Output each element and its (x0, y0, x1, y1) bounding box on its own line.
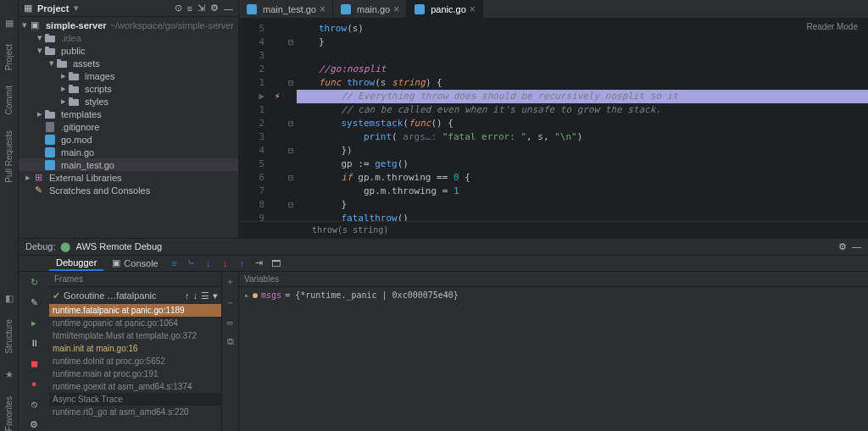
target-icon[interactable]: ⊙ (175, 3, 182, 14)
fold-gutter[interactable]: ⊟⊟⊟⊟⊟⊟ (285, 19, 297, 221)
svg-rect-11 (69, 97, 73, 100)
variables-header: Variables (239, 272, 868, 287)
editor-tab[interactable]: main.go× (333, 0, 407, 18)
module-icon: ▣ (29, 20, 41, 30)
editor-tab[interactable]: panic.go× (407, 0, 483, 18)
svg-rect-12 (45, 112, 55, 119)
folder-icon (44, 109, 56, 119)
tree-item[interactable]: main_test.go (19, 158, 238, 171)
lib-icon: ⊞ (32, 173, 44, 183)
stack-frame[interactable]: runtime.goexit at asm_amd64.s:1374 (49, 380, 221, 393)
frames-header: Frames (49, 272, 221, 287)
close-icon[interactable]: × (393, 3, 399, 15)
gear-icon[interactable]: ⚙ (210, 3, 219, 14)
svg-rect-13 (45, 110, 49, 113)
breakpoint-gutter[interactable]: ⚡ (270, 19, 285, 221)
debug-title: Debug: (25, 241, 55, 251)
variable-row[interactable]: ▸ ● msgs = {*runtime._panic | 0xc000075e… (244, 290, 863, 300)
step-into-my-icon[interactable]: ↓ (218, 258, 233, 268)
stack-frame[interactable]: runtime.doInit at proc.go:5652 (49, 355, 221, 367)
hide-icon[interactable]: — (224, 3, 233, 14)
step-into-icon[interactable]: ↓ (201, 258, 216, 268)
stop-icon[interactable]: ◼ (27, 356, 41, 370)
modify-icon[interactable]: ✎ (27, 296, 41, 309)
mute-breakpoints-icon[interactable]: ⦸ (27, 397, 41, 411)
favorites-tool-label[interactable]: Favorites (4, 396, 14, 431)
expand-icon[interactable]: ≡ (187, 3, 192, 14)
go-icon (44, 135, 56, 145)
breadcrumb[interactable]: throw(s string) (239, 221, 868, 238)
gear-icon[interactable]: ⚙ (838, 241, 847, 252)
structure-tool-label[interactable]: Structure (4, 319, 14, 354)
view-breakpoints-icon[interactable]: ● (27, 377, 41, 390)
copy-icon[interactable]: ⧉ (227, 336, 234, 347)
editor-tab[interactable]: main_test.go× (239, 0, 333, 18)
debug-config[interactable]: AWS Remote Debug (75, 241, 162, 251)
tree-item[interactable]: main.go (19, 146, 238, 158)
tree-item[interactable]: ▸images (19, 69, 238, 82)
code-body[interactable]: throw(s)} //go:nosplitfunc throw(s strin… (297, 19, 868, 221)
stack-frame[interactable]: runtime.main at proc.go:191 (49, 367, 221, 380)
line-numbers: 54321▶123456789 (239, 19, 270, 221)
hide-icon[interactable]: — (852, 241, 861, 251)
tree-item[interactable]: ▸⊞External Libraries (19, 171, 238, 184)
svg-rect-18 (247, 4, 257, 14)
step-out-icon[interactable]: ↑ (235, 258, 250, 268)
tree-item[interactable]: ▾.idea (19, 31, 238, 44)
run-to-cursor-icon[interactable]: ⇥ (252, 257, 267, 268)
next-frame-icon[interactable]: ↓ (193, 290, 198, 301)
prev-frame-icon[interactable]: ↑ (185, 290, 190, 301)
step-over-icon[interactable]: ⤷ (184, 257, 199, 268)
close-icon[interactable]: × (470, 3, 476, 15)
left-tool-gutter: ▦ Project Commit Pull Requests ◧ Structu… (0, 0, 19, 431)
folder-icon (68, 84, 80, 94)
file-icon (44, 122, 56, 132)
dropdown-icon[interactable]: ▾ (74, 3, 79, 14)
project-icon: ▦ (24, 3, 32, 14)
tree-item[interactable]: ▾public (19, 44, 238, 57)
tree-item[interactable]: .gitignore (19, 120, 238, 133)
filter-icon[interactable]: ☰ (201, 290, 209, 301)
stack-frame[interactable]: runtime.rt0_go at asm_amd64.s:220 (49, 406, 221, 418)
add-watch-icon[interactable]: ＋ (225, 275, 235, 288)
tree-item[interactable]: go.mod (19, 133, 238, 146)
tree-item[interactable]: ▸templates (19, 108, 238, 120)
evaluate-icon[interactable]: 🗖 (269, 258, 284, 268)
close-icon[interactable]: × (320, 3, 326, 15)
scratch-icon: ✎ (32, 185, 44, 196)
project-root[interactable]: ▾ ▣ simple-server ~/workspace/go/simple-… (19, 19, 238, 31)
settings-icon[interactable]: ⚙ (27, 417, 41, 431)
threads-icon[interactable]: ≡ (167, 258, 182, 268)
project-tool-icon[interactable]: ▦ (3, 17, 15, 29)
stack-frame[interactable]: runtime.fatalpanic at panic.go:1189 (49, 304, 221, 317)
stack-frame[interactable]: runtime.gopanic at panic.go:1064 (49, 317, 221, 329)
folder-icon (68, 97, 80, 107)
remove-watch-icon[interactable]: － (225, 296, 235, 309)
goroutine-selector[interactable]: ✔ Goroutine …fatalpanic ↑ ↓ ☰ ▾ (49, 287, 221, 304)
stack-frame[interactable]: main.init at main.go:16 (49, 342, 221, 355)
collapse-icon[interactable]: ⇲ (198, 3, 205, 14)
pullreq-tool-label[interactable]: Pull Requests (4, 130, 14, 183)
rerun-icon[interactable]: ↻ (27, 275, 41, 289)
svg-rect-8 (69, 86, 79, 93)
link-icon[interactable]: ∞ (227, 318, 234, 328)
favorites-tool-icon[interactable]: ★ (3, 369, 15, 381)
tree-item[interactable]: ✎Scratches and Consoles (19, 184, 238, 196)
resume-icon[interactable]: ▸ (27, 316, 41, 329)
svg-rect-3 (45, 47, 49, 49)
tab-console[interactable]: ▣Console (105, 256, 164, 270)
structure-tool-icon[interactable]: ◧ (3, 292, 15, 304)
tab-debugger[interactable]: Debugger (49, 256, 103, 271)
commit-tool-label[interactable]: Commit (4, 86, 14, 114)
go-icon (44, 160, 56, 170)
project-title: Project (37, 3, 69, 14)
svg-rect-19 (341, 4, 351, 14)
tree-item[interactable]: ▾assets (19, 57, 238, 69)
folder-icon (68, 71, 80, 81)
tree-item[interactable]: ▸styles (19, 95, 238, 108)
stack-frame[interactable]: html/template.Must at template.go:372 (49, 329, 221, 342)
project-tool-label[interactable]: Project (4, 44, 14, 70)
pause-icon[interactable]: ⏸ (27, 336, 41, 350)
svg-rect-15 (45, 135, 55, 145)
tree-item[interactable]: ▸scripts (19, 82, 238, 95)
